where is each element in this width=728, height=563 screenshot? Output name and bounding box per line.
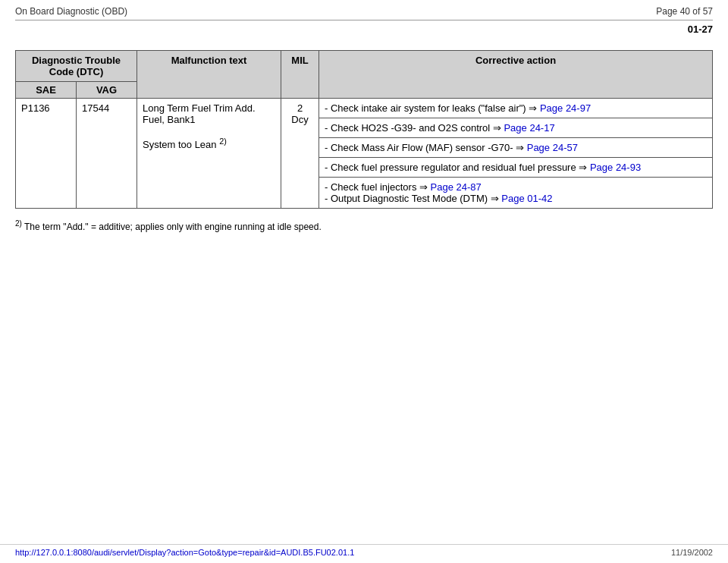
corrective-item-3: - Check Mass Air Flow (MAF) sensor -G70-… [319,138,712,158]
corrective-item-4: - Check fuel pressure regulator and resi… [319,158,712,178]
corrective-text-2: - Check HO2S -G39- and O2S control ⇒ Pag… [319,118,712,138]
malfunction-header: Malfunction text [137,51,281,99]
corrective-inner-table: - Check intake air system for leaks ("fa… [319,99,712,208]
page-info: Page 40 of 57 [656,6,713,17]
content-area: Diagnostic Trouble Code (DTC) Malfunctio… [0,42,728,247]
vag-cell: 17544 [77,99,137,209]
section-number: 01-27 [0,20,728,42]
dtc-header: Diagnostic Trouble Code (DTC) [16,51,137,82]
corrective-text-3: - Check Mass Air Flow (MAF) sensor -G70-… [319,138,712,158]
footnote-section: 2) The term "Add." = additive; applies o… [15,219,713,232]
malfunction-cell: Long Term Fuel Trim Add. Fuel, Bank1 Sys… [137,99,281,209]
sae-cell: P1136 [16,99,77,209]
link-24-17[interactable]: Page 24-17 [504,122,554,134]
mil-cell: 2Dcy [281,99,319,209]
vag-subheader: VAG [77,82,137,99]
corrective-text-5: - Check fuel injectors ⇒ Page 24-87 - Ou… [319,178,712,209]
corrective-item-1: - Check intake air system for leaks ("fa… [319,99,712,118]
table-row: P1136 17544 Long Term Fuel Trim Add. Fue… [16,99,713,209]
mil-header: MIL [281,51,319,99]
corrective-item-2: - Check HO2S -G39- and O2S control ⇒ Pag… [319,118,712,138]
sae-subheader: SAE [16,82,77,99]
corrective-cell: - Check intake air system for leaks ("fa… [319,99,713,209]
footer-url[interactable]: http://127.0.0.1:8080/audi/servlet/Displ… [15,548,354,557]
footnote-1: 2) The term "Add." = additive; applies o… [15,222,322,232]
corrective-header: Corrective action [319,51,713,99]
document-title: On Board Diagnostic (OBD) [15,6,127,17]
link-24-93[interactable]: Page 24-93 [590,162,641,173]
page-header: On Board Diagnostic (OBD) Page 40 of 57 [0,0,728,20]
section-label: 01-27 [688,24,713,35]
corrective-text-1: - Check intake air system for leaks ("fa… [319,99,712,118]
link-24-97[interactable]: Page 24-97 [540,102,591,114]
corrective-text-4: - Check fuel pressure regulator and resi… [319,158,712,178]
page-footer: http://127.0.0.1:8080/audi/servlet/Displ… [0,544,728,557]
link-24-87[interactable]: Page 24-87 [431,181,482,193]
link-24-57[interactable]: Page 24-57 [527,142,578,153]
diagnostic-table: Diagnostic Trouble Code (DTC) Malfunctio… [15,50,713,209]
footer-date: 11/19/2002 [671,548,713,557]
corrective-item-5: - Check fuel injectors ⇒ Page 24-87 - Ou… [319,178,712,209]
link-01-42[interactable]: Page 01-42 [501,193,552,204]
